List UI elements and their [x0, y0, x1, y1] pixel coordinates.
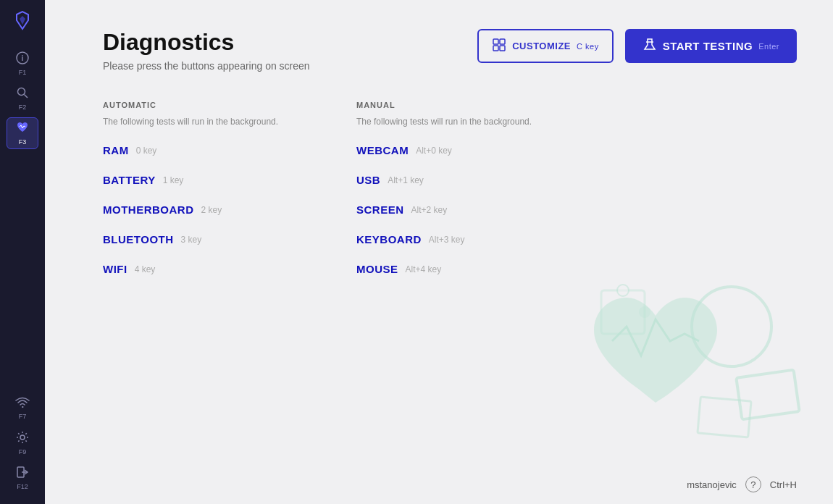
test-screen-name: SCREEN — [356, 203, 404, 216]
sidebar-label-f7: F7 — [19, 413, 27, 420]
test-keyboard[interactable]: KEYBOARD Alt+3 key — [356, 233, 610, 245]
svg-rect-10 — [500, 46, 505, 51]
exit-icon — [16, 466, 29, 482]
test-ram-key: 0 key — [136, 146, 157, 156]
test-keyboard-name: KEYBOARD — [356, 233, 422, 245]
test-webcam[interactable]: WEBCAM Alt+0 key — [356, 144, 610, 156]
test-battery-key: 1 key — [163, 175, 184, 185]
svg-point-17 — [639, 306, 650, 318]
sidebar-label-f1: F1 — [19, 69, 27, 76]
customize-button[interactable]: CUSTOMIZE C key — [477, 29, 613, 63]
test-keyboard-key: Alt+3 key — [429, 235, 465, 245]
sidebar-label-f9: F9 — [19, 448, 27, 455]
sidebar-item-f3[interactable]: F3 — [7, 117, 38, 149]
flask-icon — [642, 38, 657, 54]
svg-rect-7 — [493, 39, 498, 44]
sidebar: i F1 F2 F3 — [0, 0, 45, 504]
test-battery-name: BATTERY — [103, 174, 156, 186]
gear-icon — [16, 431, 29, 447]
customize-label: CUSTOMIZE — [512, 41, 571, 51]
start-testing-button[interactable]: START TESTING Enter — [625, 29, 797, 63]
test-screen-key: Alt+2 key — [411, 205, 448, 215]
page-subtitle: Please press the buttons appearing on sc… — [103, 60, 310, 72]
wifi-icon — [15, 397, 30, 411]
sidebar-label-f3: F3 — [19, 138, 27, 146]
sidebar-item-f12[interactable]: F12 — [7, 462, 38, 494]
test-wifi-key: 4 key — [135, 264, 156, 274]
automatic-section-desc: The following tests will run in the back… — [103, 117, 356, 127]
start-testing-label: START TESTING — [663, 40, 753, 52]
test-screen[interactable]: SCREEN Alt+2 key — [356, 203, 610, 216]
sidebar-item-f9[interactable]: F9 — [7, 427, 38, 459]
svg-rect-8 — [500, 39, 505, 44]
footer: mstanojevic ? Ctrl+H — [687, 476, 797, 492]
test-webcam-name: WEBCAM — [356, 144, 409, 156]
test-wifi[interactable]: WIFI 4 key — [103, 263, 356, 275]
test-ram-name: RAM — [103, 144, 129, 156]
test-motherboard-name: MOTHERBOARD — [103, 203, 194, 216]
info-icon: i — [16, 51, 29, 67]
tests-grid: AUTOMATIC The following tests will run i… — [103, 101, 610, 293]
help-button[interactable]: ? — [745, 476, 761, 492]
customize-key-hint: C key — [577, 42, 599, 51]
test-wifi-name: WIFI — [103, 263, 127, 275]
svg-rect-13 — [736, 370, 799, 420]
start-key-hint: Enter — [758, 42, 779, 51]
test-mouse-key: Alt+4 key — [406, 264, 442, 274]
sidebar-item-f2[interactable]: F2 — [7, 83, 38, 114]
svg-point-16 — [617, 285, 629, 296]
customize-icon — [492, 38, 506, 54]
heart-icon — [16, 121, 29, 137]
sidebar-item-f1[interactable]: i F1 — [7, 48, 38, 80]
test-bluetooth-name: BLUETOOTH — [103, 233, 174, 245]
sidebar-item-f7[interactable]: F7 — [7, 392, 38, 424]
test-usb-key: Alt+1 key — [388, 175, 424, 185]
manual-section-desc: The following tests will run in the back… — [356, 117, 610, 127]
automatic-section-title: AUTOMATIC — [103, 101, 356, 109]
svg-text:i: i — [22, 54, 24, 62]
manual-section-title: MANUAL — [356, 101, 610, 109]
test-motherboard-key: 2 key — [201, 205, 222, 215]
test-battery[interactable]: BATTERY 1 key — [103, 174, 356, 186]
test-bluetooth-key: 3 key — [181, 235, 202, 245]
test-usb[interactable]: USB Alt+1 key — [356, 174, 610, 186]
header-right: CUSTOMIZE C key START TESTING Enter — [477, 29, 797, 63]
test-mouse-name: MOUSE — [356, 263, 398, 275]
test-bluetooth[interactable]: BLUETOOTH 3 key — [103, 233, 356, 245]
footer-shortcut: Ctrl+H — [770, 479, 797, 490]
svg-line-3 — [25, 95, 28, 98]
main-content: Diagnostics Please press the buttons app… — [45, 0, 833, 504]
help-icon: ? — [750, 479, 755, 490]
footer-username: mstanojevic — [687, 479, 737, 490]
automatic-section: AUTOMATIC The following tests will run i… — [103, 101, 356, 293]
test-ram[interactable]: RAM 0 key — [103, 144, 356, 156]
search-icon — [16, 86, 29, 102]
test-usb-name: USB — [356, 174, 380, 186]
svg-point-2 — [18, 88, 25, 96]
header-left: Diagnostics Please press the buttons app… — [103, 29, 310, 72]
page-title: Diagnostics — [103, 29, 310, 56]
svg-point-4 — [20, 435, 25, 440]
page-header: Diagnostics Please press the buttons app… — [103, 29, 797, 72]
test-motherboard[interactable]: MOTHERBOARD 2 key — [103, 203, 356, 216]
svg-rect-9 — [493, 46, 498, 51]
app-logo — [9, 7, 35, 33]
sidebar-label-f12: F12 — [17, 483, 28, 490]
bg-illustration — [572, 258, 804, 461]
test-webcam-key: Alt+0 key — [416, 146, 452, 156]
sidebar-label-f2: F2 — [19, 104, 27, 111]
